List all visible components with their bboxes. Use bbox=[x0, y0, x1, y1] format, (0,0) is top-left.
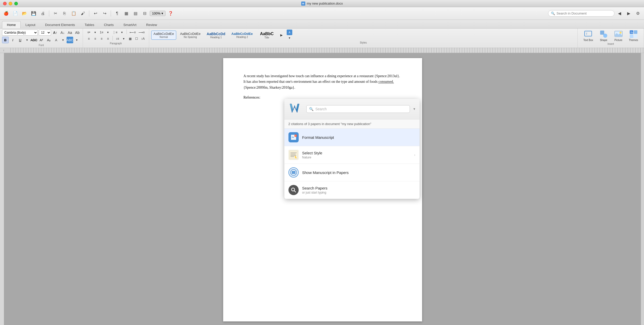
numbering-dropdown[interactable]: ▾ bbox=[105, 30, 111, 35]
insert-shape[interactable]: Shape bbox=[597, 30, 610, 42]
print-button[interactable]: 🖨 bbox=[39, 9, 47, 18]
paragraph-label: Paragraph bbox=[110, 42, 122, 45]
picture-icon bbox=[614, 30, 623, 38]
bold-button[interactable]: B bbox=[2, 37, 9, 43]
format-button[interactable]: 🖌 bbox=[79, 9, 87, 18]
search-papers-text: Search Papers or just start typing bbox=[302, 186, 415, 194]
show-manuscript-item[interactable]: Show Manuscript in Papers bbox=[284, 164, 420, 181]
new-button[interactable]: 📄 bbox=[11, 9, 19, 18]
insert-themes[interactable]: Aa Themes bbox=[627, 30, 640, 42]
superscript-button[interactable]: A² bbox=[38, 37, 45, 43]
multilevel-dropdown[interactable]: ▾ bbox=[119, 30, 125, 35]
maximize-button[interactable] bbox=[14, 2, 18, 5]
subscript-button[interactable]: A₂ bbox=[45, 37, 52, 43]
tab-tables[interactable]: Tables bbox=[80, 21, 99, 28]
style-heading2[interactable]: AaBbCcDdEe Heading 2 bbox=[229, 31, 255, 40]
close-button[interactable] bbox=[3, 2, 7, 5]
bullets-button[interactable]: ≡• bbox=[86, 30, 92, 35]
insert-picture[interactable]: Picture bbox=[612, 30, 625, 42]
settings-button[interactable]: ⚙ bbox=[634, 9, 642, 18]
redo-button[interactable]: ↪ bbox=[100, 9, 109, 18]
help-button[interactable]: ❓ bbox=[167, 9, 175, 18]
tab-smartart[interactable]: SmartArt bbox=[119, 21, 141, 28]
view-button[interactable]: ▦ bbox=[122, 9, 130, 18]
apple-menu-button[interactable]: 🍎 bbox=[2, 9, 10, 18]
align-right[interactable]: ≡ bbox=[99, 36, 104, 42]
open-button[interactable]: 📂 bbox=[20, 9, 29, 18]
font-color-button[interactable]: A bbox=[53, 37, 59, 43]
styles-scroll-right[interactable]: ▶ bbox=[279, 32, 284, 38]
italic-button[interactable]: I bbox=[9, 37, 16, 43]
align-left[interactable]: ≡ bbox=[86, 36, 92, 42]
undo-button[interactable]: ↩ bbox=[91, 9, 99, 18]
papers-search-input[interactable] bbox=[315, 107, 407, 111]
papers-search-bar[interactable]: 🔍 bbox=[306, 105, 410, 113]
tab-charts[interactable]: Charts bbox=[99, 21, 118, 28]
tab-document-elements[interactable]: Document Elements bbox=[40, 21, 80, 28]
font-color-dropdown[interactable]: ▾ bbox=[60, 37, 66, 43]
papers-popup: 🔍 ▼ 2 citations of 3 papers in document … bbox=[284, 99, 420, 199]
change-case-button[interactable]: Aa bbox=[67, 30, 73, 35]
style-no-spacing[interactable]: AaBbCcDdEe No Spacing bbox=[178, 31, 203, 40]
underline-button[interactable]: U bbox=[17, 37, 23, 43]
shading-button[interactable]: ▦ bbox=[127, 36, 133, 42]
paste-button[interactable]: 📋 bbox=[70, 9, 78, 18]
format-manuscript-item[interactable]: Aa + Format Manuscript bbox=[284, 129, 420, 146]
document-page: A recent study has investigated how touc… bbox=[223, 58, 422, 321]
font-shrink-button[interactable]: A↓ bbox=[59, 30, 66, 35]
style-normal[interactable]: AaBbCcDdEe Normal bbox=[151, 31, 176, 40]
tab-home[interactable]: Home bbox=[2, 21, 21, 28]
minimize-button[interactable] bbox=[9, 2, 12, 5]
line-spacing[interactable]: ↕≡ bbox=[115, 36, 120, 42]
styles-more[interactable]: A bbox=[286, 30, 293, 35]
tab-review[interactable]: Review bbox=[141, 21, 162, 28]
svg-text:Aa: Aa bbox=[292, 136, 294, 138]
sep2 bbox=[112, 36, 113, 40]
highlight-dropdown[interactable]: ▾ bbox=[74, 37, 80, 43]
sort-button[interactable]: ↕A bbox=[140, 36, 146, 42]
borders-button[interactable]: ☐ bbox=[134, 36, 139, 42]
separator-1 bbox=[49, 10, 49, 17]
search-bar[interactable]: 🔍 bbox=[548, 10, 614, 17]
clear-format-button[interactable]: Ab bbox=[74, 30, 81, 35]
search-papers-item[interactable]: Search Papers or just start typing bbox=[284, 181, 420, 199]
align-justify[interactable]: ≡ bbox=[105, 36, 111, 42]
decrease-indent[interactable]: ⟵≡ bbox=[129, 30, 137, 35]
copy-button[interactable]: ⎘ bbox=[60, 9, 69, 18]
underline-dropdown[interactable]: ▾ bbox=[24, 37, 30, 43]
svg-rect-23 bbox=[294, 171, 295, 174]
font-name-select[interactable]: Cambria (Body) bbox=[2, 30, 38, 36]
highlight-button[interactable]: ABC bbox=[67, 37, 73, 43]
font-grow-button[interactable]: A↑ bbox=[52, 30, 58, 35]
pilcrow-button[interactable]: ¶ bbox=[113, 9, 121, 18]
nav-prev-button[interactable]: ◀ bbox=[615, 9, 624, 18]
line-spacing-dropdown[interactable]: ▾ bbox=[121, 36, 127, 42]
select-style-text: Select Style Nature bbox=[302, 151, 411, 159]
right-scrollbar[interactable] bbox=[641, 53, 644, 325]
insert-textbox[interactable]: T Text Box bbox=[581, 30, 595, 42]
cut-button[interactable]: ✂ bbox=[51, 9, 59, 18]
tab-layout[interactable]: Layout bbox=[21, 21, 40, 28]
styles-dropdown[interactable]: ▾ bbox=[286, 35, 293, 41]
svg-line-25 bbox=[294, 191, 296, 192]
tab-bar: Home Layout Document Elements Tables Cha… bbox=[0, 20, 644, 29]
style-title[interactable]: AaBbC Title bbox=[257, 30, 277, 40]
svg-point-5 bbox=[620, 32, 622, 34]
sidebar-button[interactable]: ▤ bbox=[131, 9, 140, 18]
save-button[interactable]: 💾 bbox=[30, 9, 38, 18]
search-input[interactable] bbox=[557, 11, 612, 15]
select-style-item[interactable]: Select Style Nature › bbox=[284, 146, 420, 164]
papers-dropdown-arrow[interactable]: ▼ bbox=[413, 107, 416, 111]
increase-indent[interactable]: ⟶≡ bbox=[137, 30, 146, 35]
zoom-out-button[interactable]: ⊟ bbox=[141, 9, 149, 18]
insert-label: Insert bbox=[608, 43, 614, 45]
multilevel-button[interactable]: ⋮≡ bbox=[111, 30, 118, 35]
bullets-dropdown[interactable]: ▾ bbox=[92, 30, 98, 35]
numbering-button[interactable]: 1≡ bbox=[99, 30, 104, 35]
style-heading1[interactable]: AaBbCcDd Heading 1 bbox=[204, 31, 228, 40]
align-center[interactable]: ≡ bbox=[92, 36, 98, 42]
nav-next-button[interactable]: ▶ bbox=[625, 9, 633, 18]
strikethrough-button[interactable]: ABC bbox=[31, 37, 37, 43]
font-size-select[interactable]: 12 bbox=[39, 30, 51, 36]
zoom-control[interactable]: 100% ▾ bbox=[150, 11, 166, 16]
